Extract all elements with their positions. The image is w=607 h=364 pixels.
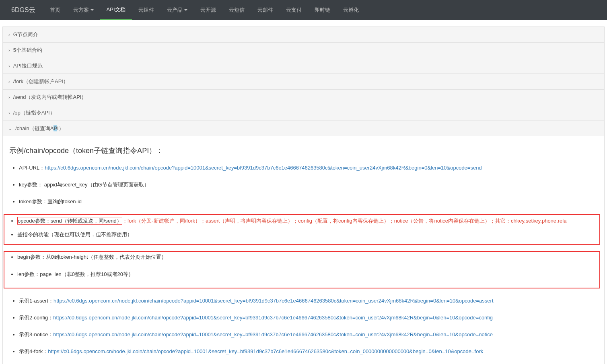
chevron-right-icon: › [8,63,10,68]
panel-body: 示例/chain/opcode（token子链查询指令API）： API-URL… [3,136,604,364]
chevron-right-icon: › [8,48,10,53]
highlight-box-params: begin参数：从0到token-height（任意整数，代表分页开始位置） l… [4,251,600,288]
nav-item[interactable]: 云邮件 [251,0,280,20]
accordion-panel: ›/op（链指令API） [2,105,605,121]
accordion-header-chain[interactable]: ⌄ /chain（链查询API） [3,121,604,136]
panel-label: /op（链指令API） [13,109,55,117]
main-container: ›G节点简介›5个基础合约›API接口规范›/fork（创建新帐户API）›/s… [0,20,607,364]
top-navbar: 6DGS云 首页云方案API文档云组件云产品云开源云短信云邮件云支付即时链云孵化 [0,0,607,20]
nav-item[interactable]: 云方案 [67,0,100,20]
panel-label: G节点简介 [13,31,38,38]
panel-label: API接口规范 [13,62,43,70]
accordion-panel: ›API接口规范 [2,58,605,74]
nav-item[interactable]: 云短信 [222,0,251,20]
example-link-assert[interactable]: https://c0.6dgs.opencom.cn/node.jkl.coin… [53,298,494,304]
list-item: begin参数：从0到token-height（任意整数，代表分页开始位置） [17,253,599,262]
highlighted-text: P [53,125,57,131]
accordion-header[interactable]: ›5个基础合约 [3,43,604,58]
nav-item[interactable]: API文档 [100,0,132,20]
list-item: 示例4-fork：https://c0.6dgs.opencom.cn/node… [19,347,600,356]
highlight-box-opcode: opcode参数：send（转帐或发送，同/send）；fork（分叉-新建帐户… [4,214,600,245]
chevron-right-icon: › [8,32,10,37]
section-heading: 示例/chain/opcode（token子链查询指令API）： [9,146,600,155]
accordion-header[interactable]: ›/op（链指令API） [3,105,604,121]
list-item: token参数：查询的token-id [19,197,600,206]
list-item: 示例1-assert：https://c0.6dgs.opencom.cn/no… [19,297,600,305]
list-item: len参数：page_len（非0整数，推荐10或者20等） [17,270,599,279]
accordion-panel: ›5个基础合约 [2,42,605,58]
example-link-notice[interactable]: https://c0.6dgs.opencom.cn/node.jkl.coin… [53,331,493,337]
brand[interactable]: 6DGS云 [6,6,40,14]
nav-item[interactable]: 云孵化 [337,0,365,20]
nav-item[interactable]: 云支付 [280,0,308,20]
panel-label: 5个基础合约 [13,47,42,54]
chevron-right-icon: › [8,110,10,115]
panel-label: /chain（链查询API） [15,125,64,132]
api-url-link[interactable]: https://c0.6dgs.opencom.cn/node.jkl.coin… [45,165,481,171]
accordion-panel: ›G节点简介 [2,27,605,43]
accordion-header[interactable]: ›/fork（创建新帐户API） [3,74,604,89]
chevron-right-icon: › [8,79,10,84]
content-list: API-URL：https://c0.6dgs.opencom.cn/node.… [7,164,600,206]
list-item: opcode参数：send（转帐或发送，同/send）；fork（分叉-新建帐户… [17,217,599,225]
accordion-panel-chain: ⌄ /chain（链查询API） 示例/chain/opcode（token子链… [2,121,605,364]
example-link-config[interactable]: https://c0.6dgs.opencom.cn/node.jkl.coin… [53,315,493,321]
nav-item[interactable]: 云产品 [160,0,194,20]
accordion-header[interactable]: ›G节点简介 [3,27,604,42]
accordion-header[interactable]: ›/send（发送内容或者转帐API） [3,90,604,105]
nav-item[interactable]: 即时链 [308,0,337,20]
chevron-down-icon: ⌄ [8,126,12,131]
list-item: 示例2-config：https://c0.6dgs.opencom.cn/no… [19,313,600,322]
nav-item[interactable]: 云开源 [194,0,222,20]
nav-items: 首页云方案API文档云组件云产品云开源云短信云邮件云支付即时链云孵化 [43,0,365,20]
list-item: API-URL：https://c0.6dgs.opencom.cn/node.… [19,164,600,172]
accordion-header[interactable]: ›API接口规范 [3,58,604,74]
list-item: 示例3-notice：https://c0.6dgs.opencom.cn/no… [19,330,600,339]
nav-item[interactable]: 首页 [43,0,67,20]
chevron-right-icon: › [8,95,10,100]
accordion-panel: ›/fork（创建新帐户API） [2,74,605,90]
accordion-panel: ›/send（发送内容或者转帐API） [2,89,605,105]
caret-down-icon [91,9,94,11]
caret-down-icon [184,9,187,11]
list-item: key参数： appid与secret_key（由G节点管理页面获取） [19,180,600,189]
example-link-fork[interactable]: https://c0.6dgs.opencom.cn/node.jkl.coin… [48,348,483,354]
panel-label: /send（发送内容或者转帐API） [13,94,87,101]
panel-label: /fork（创建新帐户API） [13,78,68,85]
list-item: 些指令的功能（现在也可以使用，但不推荐使用） [17,230,599,239]
nav-item[interactable]: 云组件 [132,0,160,20]
